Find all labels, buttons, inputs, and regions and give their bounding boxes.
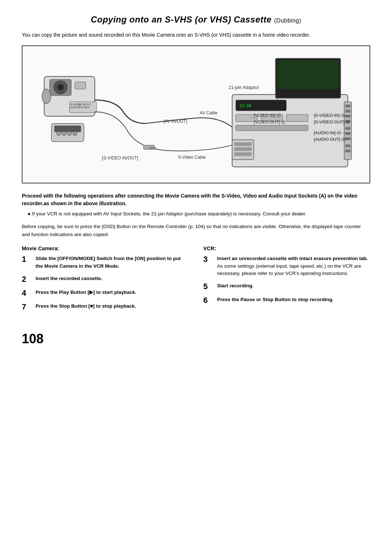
svg-rect-58 bbox=[149, 147, 156, 150]
svg-rect-30 bbox=[234, 153, 252, 156]
svg-rect-25 bbox=[286, 114, 308, 122]
svg-rect-38 bbox=[345, 137, 350, 140]
svg-text:IN/OUT: IN/OUT bbox=[70, 106, 79, 109]
svg-text:21-pin Adaptor: 21-pin Adaptor bbox=[229, 85, 260, 90]
step-6: 6 Press the Pause or Stop Button to stop… bbox=[203, 296, 370, 305]
step-3: 3 Insert an unrecorded cassette with int… bbox=[203, 255, 370, 277]
page-number: 108 bbox=[22, 331, 370, 347]
step-1-text: Slide the [OFF/ON/MODE] Switch from the … bbox=[36, 255, 189, 270]
svg-point-14 bbox=[57, 131, 61, 136]
step-5: 5 Start recording. bbox=[203, 282, 370, 291]
svg-text:12:00: 12:00 bbox=[240, 104, 252, 108]
svg-text:[S-VIDEO IN/OUT]: [S-VIDEO IN/OUT] bbox=[102, 155, 138, 161]
step-3-num: 3 bbox=[203, 255, 213, 264]
diagram-svg: S-VIDEO IN/OUT AV IN/OUT R/JONES 12:00 bbox=[23, 46, 369, 183]
diagram-box: S-VIDEO IN/OUT AV IN/OUT R/JONES 12:00 bbox=[22, 45, 370, 183]
svg-rect-37 bbox=[345, 132, 350, 135]
svg-text:[AV IN/OUT]: [AV IN/OUT] bbox=[163, 119, 187, 124]
col-right: VCR: 3 Insert an unrecorded cassette wit… bbox=[203, 246, 370, 316]
step-2-num: 2 bbox=[22, 275, 32, 284]
vcr-label: VCR: bbox=[203, 246, 370, 251]
svg-text:R/JONES: R/JONES bbox=[78, 106, 90, 109]
svg-point-17 bbox=[73, 131, 77, 136]
movie-camera-label: Movie Camera: bbox=[22, 246, 189, 251]
step-5-text: Start recording. bbox=[217, 282, 254, 289]
svg-rect-39 bbox=[345, 145, 350, 147]
svg-rect-32 bbox=[345, 105, 350, 108]
svg-rect-33 bbox=[345, 110, 350, 113]
step-7-text: Press the Stop Button [■] to stop playba… bbox=[36, 303, 136, 310]
svg-rect-13 bbox=[54, 126, 81, 132]
step-5-num: 5 bbox=[203, 282, 213, 291]
before-copying-text: Before copying, be sure to press the [OS… bbox=[22, 223, 370, 238]
step-4-num: 4 bbox=[22, 289, 32, 297]
two-col-layout: Movie Camera: 1 Slide the [OFF/ON/MODE] … bbox=[22, 246, 370, 316]
svg-text:[VIDEO OUT] Ⓑ: [VIDEO OUT] Ⓑ bbox=[254, 119, 286, 125]
step-4: 4 Press the Play Button [▶] to start pla… bbox=[22, 289, 189, 297]
svg-rect-26 bbox=[236, 125, 308, 131]
svg-text:S-Video Cable: S-Video Cable bbox=[178, 155, 206, 160]
step-3-text: Insert an unrecorded cassette with intac… bbox=[217, 255, 370, 277]
proceed-bold-text: Proceed with the following operations af… bbox=[22, 192, 370, 207]
step-2-text: Insert the recorded cassette. bbox=[36, 275, 102, 282]
svg-text:AV IN/OUT: AV IN/OUT bbox=[78, 103, 91, 106]
svg-point-16 bbox=[67, 131, 72, 136]
step-6-num: 6 bbox=[203, 296, 213, 305]
step-6-text: Press the Pause or Stop Button to stop r… bbox=[217, 296, 334, 303]
svg-rect-29 bbox=[234, 147, 252, 151]
step-7: 7 Press the Stop Button [■] to stop play… bbox=[22, 303, 189, 311]
svg-point-15 bbox=[62, 131, 66, 136]
step-1: 1 Slide the [OFF/ON/MODE] Switch from th… bbox=[22, 255, 189, 270]
svg-point-4 bbox=[59, 85, 62, 89]
svg-text:[S-VIDEO IN] Ⓐ: [S-VIDEO IN] Ⓐ bbox=[314, 113, 345, 118]
title-text: Copying onto an S-VHS (or VHS) Cassette bbox=[91, 15, 271, 24]
page-title: Copying onto an S-VHS (or VHS) Cassette … bbox=[22, 15, 370, 25]
title-suffix: (Dubbing) bbox=[274, 17, 301, 24]
svg-rect-20 bbox=[277, 60, 339, 89]
svg-text:AV Cable: AV Cable bbox=[200, 110, 218, 116]
svg-point-6 bbox=[42, 89, 51, 104]
step-2: 2 Insert the recorded cassette. bbox=[22, 275, 189, 284]
intro-text: You can copy the picture and sound recor… bbox=[22, 31, 370, 39]
bullet-note-text: If your VCR is not equipped with AV Inpu… bbox=[28, 210, 370, 218]
step-7-num: 7 bbox=[22, 303, 32, 311]
svg-rect-34 bbox=[345, 115, 350, 118]
svg-rect-5 bbox=[75, 82, 86, 89]
svg-rect-40 bbox=[345, 150, 350, 153]
svg-text:[VIDEO IN] Ⓐ: [VIDEO IN] Ⓐ bbox=[254, 113, 281, 118]
svg-rect-36 bbox=[345, 127, 350, 130]
step-1-num: 1 bbox=[22, 255, 32, 264]
col-left: Movie Camera: 1 Slide the [OFF/ON/MODE] … bbox=[22, 246, 189, 316]
svg-rect-28 bbox=[234, 142, 252, 146]
step-4-text: Press the Play Button [▶] to start playb… bbox=[36, 289, 136, 296]
